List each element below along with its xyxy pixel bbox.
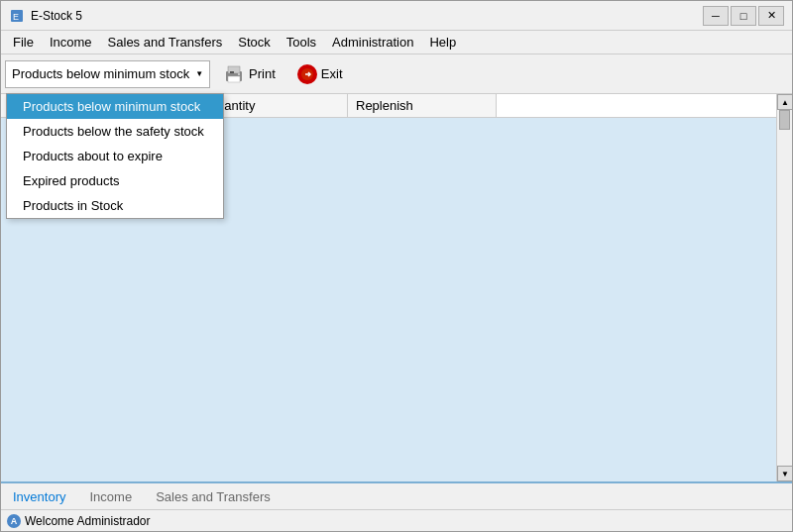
menu-item-expired[interactable]: Expired products: [7, 168, 223, 193]
maximize-button[interactable]: □: [731, 6, 756, 26]
menu-item-below-minimum[interactable]: Products below minimum stock: [7, 94, 223, 119]
tab-inventory[interactable]: Inventory: [9, 487, 69, 506]
svg-rect-5: [230, 71, 234, 73]
menu-help[interactable]: Help: [421, 31, 464, 53]
menu-stock[interactable]: Stock: [230, 31, 279, 53]
vertical-scrollbar[interactable]: ▲ ▼: [776, 94, 792, 481]
main-window: E E-Stock 5 ─ □ ✕ FileIncomeSales and Tr…: [0, 0, 793, 532]
view-dropdown-label: Products below minimum stock: [12, 66, 189, 81]
scroll-down-button[interactable]: ▼: [777, 466, 792, 481]
tab-sales-transfers[interactable]: Sales and Transfers: [152, 487, 275, 506]
menu-file[interactable]: File: [5, 31, 42, 53]
app-icon: E: [9, 8, 25, 24]
print-button[interactable]: Print: [214, 60, 284, 88]
toolbar: Products below minimum stock ▼ Print: [1, 54, 792, 94]
close-button[interactable]: ✕: [758, 6, 784, 26]
user-icon: A: [7, 514, 21, 528]
menu-bar: FileIncomeSales and TransfersStockToolsA…: [1, 31, 792, 54]
svg-rect-4: [228, 76, 240, 82]
menu-item-in-stock[interactable]: Products in Stock: [7, 193, 223, 218]
exit-label: Exit: [321, 66, 343, 81]
minimize-button[interactable]: ─: [703, 6, 729, 26]
chevron-down-icon: ▼: [195, 69, 203, 78]
exit-icon: [297, 64, 317, 84]
printer-icon: [223, 64, 245, 84]
exit-button[interactable]: Exit: [288, 60, 352, 88]
bottom-tabs: Inventory Income Sales and Transfers: [1, 481, 792, 509]
column-replenish: Replenish: [348, 94, 497, 117]
scroll-thumb[interactable]: [779, 110, 790, 130]
window-controls: ─ □ ✕: [703, 6, 784, 26]
scroll-up-button[interactable]: ▲: [777, 94, 792, 110]
status-text: Welcome Administrador: [25, 514, 151, 528]
window-title: E-Stock 5: [31, 9, 703, 23]
tab-income[interactable]: Income: [85, 487, 136, 506]
menu-item-about-to-expire[interactable]: Products about to expire: [7, 144, 223, 168]
menu-sales-and-transfers[interactable]: Sales and Transfers: [100, 31, 231, 53]
title-bar: E E-Stock 5 ─ □ ✕: [1, 1, 792, 31]
menu-administration[interactable]: Administration: [324, 31, 421, 53]
dropdown-menu: Products below minimum stock Products be…: [6, 93, 224, 219]
svg-point-6: [238, 73, 240, 75]
menu-income[interactable]: Income: [42, 31, 100, 53]
svg-text:E: E: [13, 12, 19, 22]
print-label: Print: [249, 66, 276, 81]
menu-item-below-safety[interactable]: Products below the safety stock: [7, 119, 223, 144]
view-dropdown-button[interactable]: Products below minimum stock ▼: [5, 60, 210, 88]
menu-tools[interactable]: Tools: [279, 31, 324, 53]
status-bar: A Welcome Administrador: [1, 509, 792, 531]
